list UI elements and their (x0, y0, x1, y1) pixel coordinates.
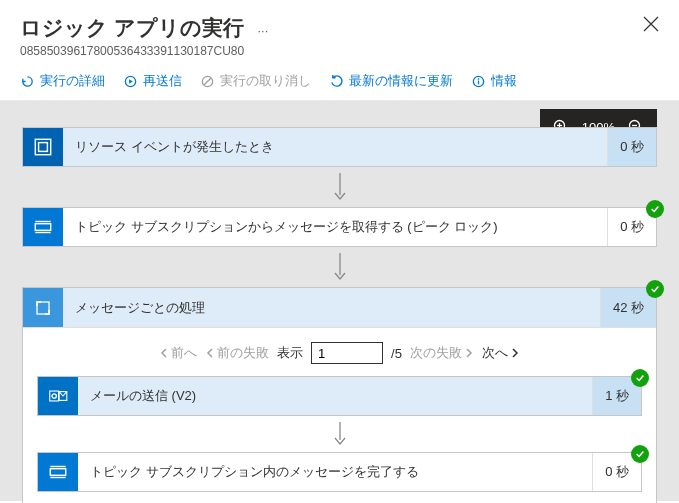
run-id: 08585039617800536433391130187CU80 (20, 44, 659, 58)
svg-point-4 (478, 78, 480, 80)
info-icon (471, 74, 486, 89)
cancel-run-label: 実行の取り消し (220, 72, 311, 90)
step-foreach[interactable]: メッセージごとの処理 42 秒 前へ 前の失敗 表示 /5 次の失敗 (22, 287, 657, 503)
svg-rect-16 (35, 224, 50, 231)
run-details-label: 実行の詳細 (40, 72, 105, 90)
history-icon (20, 74, 35, 89)
svg-rect-13 (35, 139, 50, 154)
svg-rect-20 (37, 302, 49, 314)
step-complete-label: トピック サブスクリプション内のメッセージを完了する (78, 453, 592, 491)
pager-next[interactable]: 次へ (482, 344, 520, 362)
step-get-message-label: トピック サブスクリプションからメッセージを取得する (ピーク ロック) (63, 208, 607, 246)
pager-next-fail: 次の失敗 (410, 344, 474, 362)
pager-show-label: 表示 (277, 344, 303, 362)
connector-arrow (37, 416, 642, 452)
svg-rect-26 (50, 469, 65, 476)
svg-line-2 (204, 78, 211, 85)
connector-arrow (22, 167, 657, 207)
command-bar: 実行の詳細 再送信 実行の取り消し 最新の情報に更新 情報 (0, 64, 679, 101)
connector-arrow (22, 247, 657, 287)
more-icon[interactable]: ··· (257, 23, 268, 38)
step-get-message[interactable]: トピック サブスクリプションからメッセージを取得する (ピーク ロック) 0 秒 (22, 207, 657, 247)
step-send-mail-label: メールの送信 (V2) (78, 377, 592, 415)
step-send-mail[interactable]: メールの送信 (V2) 1 秒 (37, 376, 642, 416)
pager-prev: 前へ (159, 344, 197, 362)
success-icon (631, 369, 649, 387)
service-bus-icon (38, 453, 78, 491)
info-label: 情報 (491, 72, 517, 90)
step-trigger[interactable]: リソース イベントが発生したとき 0 秒 (22, 127, 657, 167)
page-title: ロジック アプリの実行 (20, 14, 244, 42)
resubmit-icon (123, 74, 138, 89)
resubmit-label: 再送信 (143, 72, 182, 90)
close-button[interactable] (643, 16, 659, 32)
foreach-body: 前へ 前の失敗 表示 /5 次の失敗 次へ (23, 328, 656, 503)
event-grid-icon (23, 128, 63, 166)
outlook-icon (38, 377, 78, 415)
foreach-label: メッセージごとの処理 (63, 288, 600, 327)
pane-header: ロジック アプリの実行 ··· 085850396178005364333911… (0, 0, 679, 64)
step-trigger-label: リソース イベントが発生したとき (63, 128, 607, 166)
info-button[interactable]: 情報 (471, 72, 517, 90)
designer-canvas: 100% リソース イベントが発生したとき 0 秒 トピック サブスクリプション… (0, 101, 679, 501)
service-bus-icon (23, 208, 63, 246)
run-details-button[interactable]: 実行の詳細 (20, 72, 105, 90)
iteration-pager: 前へ 前の失敗 表示 /5 次の失敗 次へ (37, 342, 642, 364)
pager-input[interactable] (311, 342, 383, 364)
cancel-run-button: 実行の取り消し (200, 72, 311, 90)
success-icon (646, 280, 664, 298)
step-trigger-duration: 0 秒 (607, 128, 656, 166)
pager-total: /5 (391, 346, 402, 361)
svg-rect-5 (478, 80, 479, 84)
step-complete-message[interactable]: トピック サブスクリプション内のメッセージを完了する 0 秒 (37, 452, 642, 492)
refresh-button[interactable]: 最新の情報に更新 (329, 72, 453, 90)
success-icon (646, 200, 664, 218)
refresh-label: 最新の情報に更新 (349, 72, 453, 90)
foreach-header: メッセージごとの処理 42 秒 (23, 288, 656, 328)
cancel-icon (200, 74, 215, 89)
pager-prev-fail: 前の失敗 (205, 344, 269, 362)
svg-rect-14 (39, 143, 48, 152)
resubmit-button[interactable]: 再送信 (123, 72, 182, 90)
success-icon (631, 445, 649, 463)
refresh-icon (329, 74, 344, 89)
loop-icon (23, 288, 63, 327)
